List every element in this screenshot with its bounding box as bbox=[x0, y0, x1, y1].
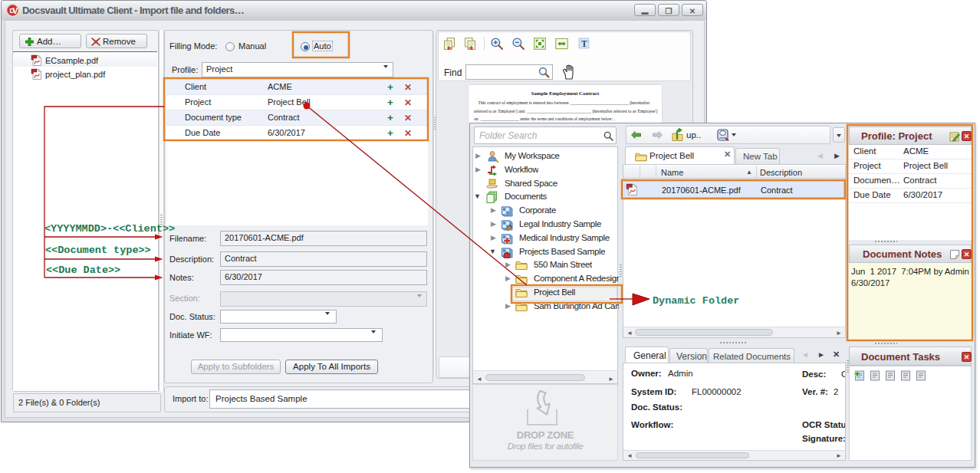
svg-text:T: T bbox=[581, 39, 587, 49]
svg-text:V: V bbox=[13, 7, 18, 15]
